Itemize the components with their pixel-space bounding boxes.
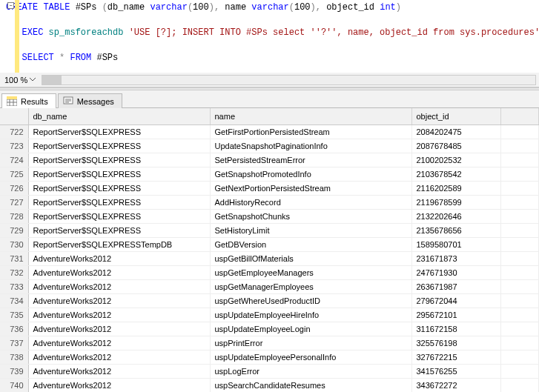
row-number[interactable]: 734 — [0, 293, 28, 308]
cell-db_name[interactable]: ReportServer$SQLEXPRESS — [28, 181, 210, 195]
cell-object_id[interactable]: 2084202475 — [411, 124, 500, 139]
row-number[interactable]: 726 — [0, 181, 28, 195]
col-name[interactable]: name — [210, 108, 411, 124]
cell-db_name[interactable]: ReportServer$SQLEXPRESS — [28, 195, 210, 209]
table-row[interactable]: 732AdventureWorks2012uspGetEmployeeManag… — [0, 265, 539, 279]
table-row[interactable]: 739AdventureWorks2012uspLogError34157625… — [0, 364, 539, 378]
cell-db_name[interactable]: ReportServer$SQLEXPRESS — [28, 167, 210, 181]
row-number[interactable]: 739 — [0, 364, 28, 378]
outline-collapse-toggle[interactable]: − — [7, 2, 14, 9]
cell-object_id[interactable]: 2103678542 — [411, 167, 500, 181]
cell-db_name[interactable]: AdventureWorks2012 — [28, 265, 210, 279]
cell-db_name[interactable]: AdventureWorks2012 — [28, 336, 210, 350]
table-row[interactable]: 735AdventureWorks2012uspUpdateEmployeeHi… — [0, 308, 539, 322]
cell-db_name[interactable]: ReportServer$SQLEXPRESS — [28, 209, 210, 223]
cell-db_name[interactable]: AdventureWorks2012 — [28, 279, 210, 293]
cell-db_name[interactable]: AdventureWorks2012 — [28, 364, 210, 378]
cell-object_id[interactable]: 279672044 — [411, 293, 500, 308]
cell-object_id[interactable]: 325576198 — [411, 336, 500, 350]
tab-messages[interactable]: Messages — [58, 93, 122, 108]
cell-object_id[interactable]: 311672158 — [411, 322, 500, 336]
cell-name[interactable]: GetSnapshotPromotedInfo — [210, 167, 411, 181]
row-number[interactable]: 736 — [0, 322, 28, 336]
cell-name[interactable]: SetPersistedStreamError — [210, 153, 411, 167]
results-grid-wrap[interactable]: db_name name object_id 722ReportServer$S… — [0, 108, 539, 392]
cell-db_name[interactable]: AdventureWorks2012 — [28, 293, 210, 308]
cell-db_name[interactable]: AdventureWorks2012 — [28, 322, 210, 336]
row-number[interactable]: 723 — [0, 139, 28, 153]
row-number[interactable]: 731 — [0, 251, 28, 265]
cell-name[interactable]: uspGetWhereUsedProductID — [210, 293, 411, 308]
row-number[interactable]: 724 — [0, 153, 28, 167]
cell-name[interactable]: GetSnapshotChunks — [210, 209, 411, 223]
cell-object_id[interactable]: 341576255 — [411, 364, 500, 378]
table-row[interactable]: 725ReportServer$SQLEXPRESSGetSnapshotPro… — [0, 167, 539, 181]
row-number[interactable]: 722 — [0, 124, 28, 139]
row-number[interactable]: 729 — [0, 223, 28, 237]
table-row[interactable]: 723ReportServer$SQLEXPRESSUpdateSnapshot… — [0, 139, 539, 153]
cell-object_id[interactable]: 2135678656 — [411, 223, 500, 237]
table-row[interactable]: 728ReportServer$SQLEXPRESSGetSnapshotChu… — [0, 209, 539, 223]
tab-results[interactable]: Results — [1, 93, 56, 108]
cell-name[interactable]: uspGetBillOfMaterials — [210, 251, 411, 265]
cell-name[interactable]: uspPrintError — [210, 336, 411, 350]
cell-object_id[interactable]: 2116202589 — [411, 181, 500, 195]
cell-name[interactable]: uspGetManagerEmployees — [210, 279, 411, 293]
cell-db_name[interactable]: ReportServer$SQLEXPRESS — [28, 153, 210, 167]
cell-db_name[interactable]: AdventureWorks2012 — [28, 378, 210, 392]
cell-name[interactable]: GetFirstPortionPersistedStream — [210, 124, 411, 139]
table-row[interactable]: 736AdventureWorks2012uspUpdateEmployeeLo… — [0, 322, 539, 336]
cell-db_name[interactable]: ReportServer$SQLEXPRESS — [28, 139, 210, 153]
cell-object_id[interactable]: 2100202532 — [411, 153, 500, 167]
cell-name[interactable]: uspGetEmployeeManagers — [210, 265, 411, 279]
cell-db_name[interactable]: ReportServer$SQLEXPRESS — [28, 124, 210, 139]
row-number[interactable]: 728 — [0, 209, 28, 223]
cell-name[interactable]: GetDBVersion — [210, 237, 411, 251]
row-number[interactable]: 725 — [0, 167, 28, 181]
table-row[interactable]: 731AdventureWorks2012uspGetBillOfMateria… — [0, 251, 539, 265]
row-number[interactable]: 735 — [0, 308, 28, 322]
cell-name[interactable]: GetNextPortionPersistedStream — [210, 181, 411, 195]
cell-db_name[interactable]: AdventureWorks2012 — [28, 350, 210, 364]
table-row[interactable]: 734AdventureWorks2012uspGetWhereUsedProd… — [0, 293, 539, 308]
table-row[interactable]: 730ReportServer$SQLEXPRESSTempDBGetDBVer… — [0, 237, 539, 251]
table-row[interactable]: 722ReportServer$SQLEXPRESSGetFirstPortio… — [0, 124, 539, 139]
cell-db_name[interactable]: AdventureWorks2012 — [28, 251, 210, 265]
col-object_id[interactable]: object_id — [411, 108, 500, 124]
cell-db_name[interactable]: ReportServer$SQLEXPRESS — [28, 223, 210, 237]
cell-db_name[interactable]: AdventureWorks2012 — [28, 308, 210, 322]
cell-name[interactable]: UpdateSnapshotPaginationInfo — [210, 139, 411, 153]
cell-name[interactable]: uspLogError — [210, 364, 411, 378]
cell-object_id[interactable]: 1589580701 — [411, 237, 500, 251]
cell-name[interactable]: uspUpdateEmployeeHireInfo — [210, 308, 411, 322]
cell-object_id[interactable]: 2132202646 — [411, 209, 500, 223]
table-row[interactable]: 738AdventureWorks2012uspUpdateEmployeePe… — [0, 350, 539, 364]
table-row[interactable]: 737AdventureWorks2012uspPrintError325576… — [0, 336, 539, 350]
cell-name[interactable]: uspSearchCandidateResumes — [210, 378, 411, 392]
row-number[interactable]: 737 — [0, 336, 28, 350]
cell-object_id[interactable]: 343672272 — [411, 378, 500, 392]
row-number[interactable]: 738 — [0, 350, 28, 364]
cell-object_id[interactable]: 263671987 — [411, 279, 500, 293]
cell-name[interactable]: uspUpdateEmployeePersonalInfo — [210, 350, 411, 364]
zoom-dropdown[interactable]: 100 % — [3, 76, 37, 84]
code-content[interactable]: CREATE TABLE #SPs (db_name varchar(100),… — [0, 0, 539, 73]
cell-object_id[interactable]: 231671873 — [411, 251, 500, 265]
table-row[interactable]: 733AdventureWorks2012uspGetManagerEmploy… — [0, 279, 539, 293]
cell-object_id[interactable]: 247671930 — [411, 265, 500, 279]
cell-object_id[interactable]: 295672101 — [411, 308, 500, 322]
horizontal-scrollbar[interactable] — [42, 75, 536, 85]
cell-object_id[interactable]: 2087678485 — [411, 139, 500, 153]
cell-name[interactable]: AddHistoryRecord — [210, 195, 411, 209]
table-row[interactable]: 726ReportServer$SQLEXPRESSGetNextPortion… — [0, 181, 539, 195]
table-row[interactable]: 729ReportServer$SQLEXPRESSSetHistoryLimi… — [0, 223, 539, 237]
row-number[interactable]: 732 — [0, 265, 28, 279]
table-row[interactable]: 727ReportServer$SQLEXPRESSAddHistoryReco… — [0, 195, 539, 209]
cell-object_id[interactable]: 2119678599 — [411, 195, 500, 209]
row-number[interactable]: 733 — [0, 279, 28, 293]
row-number[interactable]: 730 — [0, 237, 28, 251]
table-row[interactable]: 740AdventureWorks2012uspSearchCandidateR… — [0, 378, 539, 392]
table-row[interactable]: 724ReportServer$SQLEXPRESSSetPersistedSt… — [0, 153, 539, 167]
col-db_name[interactable]: db_name — [28, 108, 210, 124]
row-header-corner[interactable] — [0, 108, 28, 124]
